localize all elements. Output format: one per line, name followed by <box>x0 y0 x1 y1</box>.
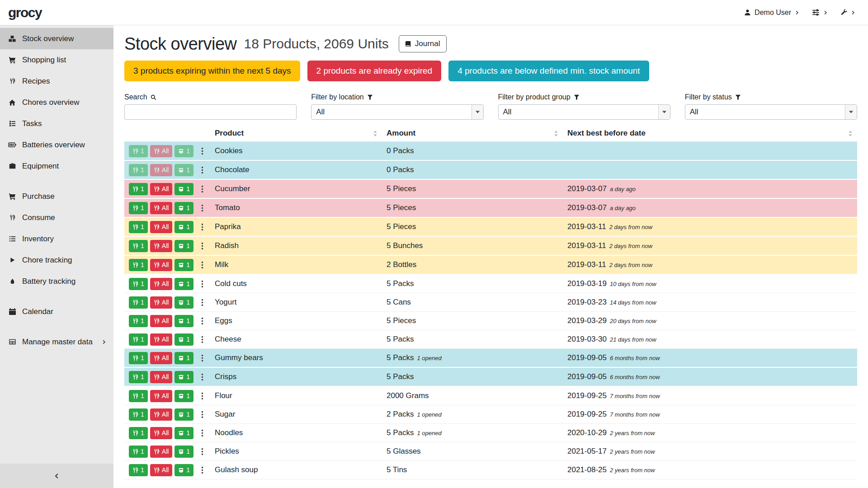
row-menu-button[interactable] <box>199 260 206 270</box>
row-menu-button[interactable] <box>199 447 206 456</box>
consume-one-button[interactable]: 1 <box>129 390 148 402</box>
sidebar-item-chores-overview[interactable]: Chores overview <box>0 92 113 113</box>
row-menu-button[interactable] <box>199 465 206 475</box>
open-one-button[interactable]: 1 <box>175 427 193 439</box>
consume-one-button[interactable]: 1 <box>129 352 148 364</box>
consume-all-button[interactable]: All <box>150 371 173 383</box>
consume-all-button[interactable]: All <box>150 164 173 176</box>
consume-one-button[interactable]: 1 <box>129 240 148 252</box>
open-one-button[interactable]: 1 <box>175 240 193 252</box>
consume-all-button[interactable]: All <box>150 240 173 252</box>
open-one-button[interactable]: 1 <box>175 164 193 176</box>
product-group-filter-select[interactable]: All <box>498 104 670 120</box>
row-menu-button[interactable] <box>199 410 206 419</box>
sort-icon[interactable] <box>848 131 853 136</box>
consume-one-button[interactable]: 1 <box>129 183 148 195</box>
sidebar-item-chore-tracking[interactable]: Chore tracking <box>0 249 113 271</box>
sidebar-item-manage-master-data[interactable]: Manage master data <box>0 331 113 352</box>
row-menu-button[interactable] <box>199 391 206 401</box>
open-one-button[interactable]: 1 <box>175 183 193 195</box>
open-one-button[interactable]: 1 <box>175 333 193 346</box>
expired-alert[interactable]: 2 products are already expired <box>307 61 442 81</box>
consume-one-button[interactable]: 1 <box>129 145 148 157</box>
sidebar-item-recipes[interactable]: Recipes <box>0 70 113 92</box>
open-one-button[interactable]: 1 <box>175 464 193 476</box>
column-header-best-before[interactable]: Next best before date <box>563 125 857 141</box>
sort-icon[interactable] <box>373 131 377 136</box>
open-one-button[interactable]: 1 <box>175 296 193 309</box>
open-one-button[interactable]: 1 <box>175 278 193 290</box>
consume-one-button[interactable]: 1 <box>129 221 148 233</box>
sidebar-item-consume[interactable]: Consume <box>0 207 113 228</box>
row-menu-button[interactable] <box>199 203 206 213</box>
sidebar-item-tasks[interactable]: Tasks <box>0 113 113 134</box>
consume-all-button[interactable]: All <box>150 183 173 195</box>
journal-button[interactable]: Journal <box>399 35 447 52</box>
consume-all-button[interactable]: All <box>150 464 173 476</box>
consume-all-button[interactable]: All <box>150 408 173 421</box>
consume-one-button[interactable]: 1 <box>129 446 148 458</box>
open-one-button[interactable]: 1 <box>175 202 193 214</box>
expiring-alert[interactable]: 3 products expiring within the next 5 da… <box>124 61 300 81</box>
status-filter-select[interactable]: All <box>685 104 857 120</box>
consume-all-button[interactable]: All <box>150 296 173 309</box>
consume-all-button[interactable]: All <box>150 278 173 290</box>
location-filter-select[interactable]: All <box>311 104 483 120</box>
consume-one-button[interactable]: 1 <box>129 408 148 421</box>
open-one-button[interactable]: 1 <box>175 408 193 421</box>
row-menu-button[interactable] <box>199 184 206 194</box>
row-menu-button[interactable] <box>199 428 206 438</box>
row-menu-button[interactable] <box>199 146 206 156</box>
app-logo[interactable]: grocy <box>8 5 42 20</box>
column-header-product[interactable]: Product <box>210 125 382 141</box>
settings-menu[interactable] <box>812 9 828 16</box>
consume-one-button[interactable]: 1 <box>129 278 148 290</box>
user-menu[interactable]: Demo User <box>744 9 799 17</box>
search-input[interactable] <box>124 104 297 120</box>
consume-one-button[interactable]: 1 <box>129 164 148 176</box>
open-one-button[interactable]: 1 <box>175 145 193 157</box>
row-menu-button[interactable] <box>199 222 206 232</box>
consume-one-button[interactable]: 1 <box>129 202 148 214</box>
row-menu-button[interactable] <box>199 279 206 289</box>
below-min-stock-alert[interactable]: 4 products are below defined min. stock … <box>448 61 649 81</box>
row-menu-button[interactable] <box>199 372 206 382</box>
open-one-button[interactable]: 1 <box>175 352 193 364</box>
sidebar-item-battery-tracking[interactable]: Battery tracking <box>0 271 113 292</box>
row-menu-button[interactable] <box>199 165 206 175</box>
sidebar-item-purchase[interactable]: Purchase <box>0 186 113 207</box>
consume-all-button[interactable]: All <box>150 221 173 233</box>
consume-one-button[interactable]: 1 <box>129 371 148 383</box>
sidebar-item-calendar[interactable]: Calendar <box>0 301 113 322</box>
sidebar-collapse-button[interactable] <box>0 464 113 488</box>
admin-menu[interactable] <box>840 9 855 16</box>
row-menu-button[interactable] <box>199 316 206 326</box>
sidebar-item-stock-overview[interactable]: Stock overview <box>0 28 113 49</box>
sidebar-item-shopping-list[interactable]: Shopping list <box>0 49 113 70</box>
consume-all-button[interactable]: All <box>150 259 173 271</box>
consume-all-button[interactable]: All <box>150 145 173 157</box>
consume-one-button[interactable]: 1 <box>129 259 148 271</box>
sort-icon[interactable] <box>554 131 558 136</box>
open-one-button[interactable]: 1 <box>175 315 193 327</box>
row-menu-button[interactable] <box>199 353 206 363</box>
open-one-button[interactable]: 1 <box>175 259 193 271</box>
consume-all-button[interactable]: All <box>150 446 173 458</box>
consume-one-button[interactable]: 1 <box>129 427 148 439</box>
row-menu-button[interactable] <box>199 241 206 251</box>
sidebar-item-equipment[interactable]: Equipment <box>0 155 113 177</box>
consume-one-button[interactable]: 1 <box>129 315 148 327</box>
open-one-button[interactable]: 1 <box>175 371 193 383</box>
sidebar-item-batteries-overview[interactable]: Batteries overview <box>0 134 113 155</box>
consume-one-button[interactable]: 1 <box>129 333 148 346</box>
consume-all-button[interactable]: All <box>150 202 173 214</box>
consume-one-button[interactable]: 1 <box>129 464 148 476</box>
column-header-amount[interactable]: Amount <box>382 125 563 141</box>
open-one-button[interactable]: 1 <box>175 390 193 402</box>
sidebar-item-inventory[interactable]: Inventory <box>0 228 113 249</box>
row-menu-button[interactable] <box>199 335 206 344</box>
consume-all-button[interactable]: All <box>150 390 173 402</box>
open-one-button[interactable]: 1 <box>175 446 193 458</box>
consume-all-button[interactable]: All <box>150 333 173 346</box>
consume-all-button[interactable]: All <box>150 315 173 327</box>
